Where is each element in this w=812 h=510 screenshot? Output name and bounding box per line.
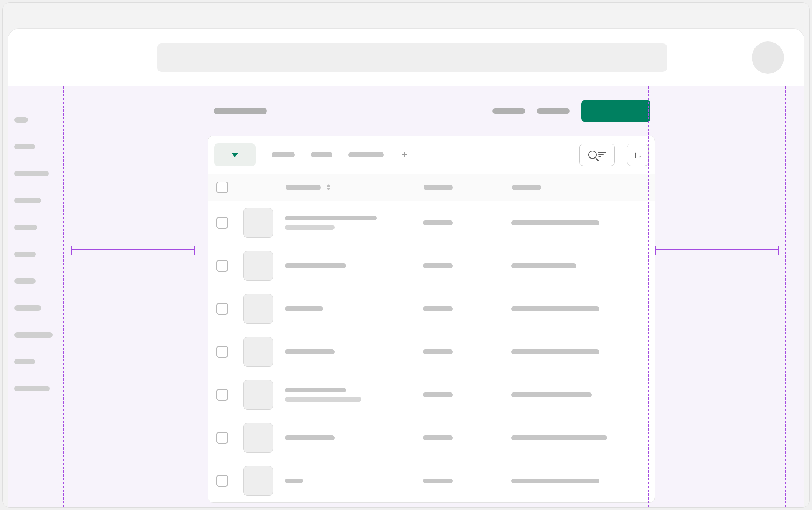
filter-icon [598, 152, 606, 157]
item-name [285, 216, 377, 220]
cell-value [511, 435, 607, 440]
spacing-guide-h [71, 249, 195, 250]
item-thumbnail [243, 208, 273, 238]
header-link[interactable] [492, 108, 525, 114]
sidebar-item[interactable] [14, 117, 28, 123]
caret-down-icon [231, 153, 238, 157]
app-header [8, 29, 804, 86]
item-name [285, 263, 346, 268]
cell-value [511, 220, 599, 225]
card-tabs: + ↑↓ [208, 136, 655, 174]
sidebar-item[interactable] [14, 171, 49, 176]
row-checkbox[interactable] [216, 432, 228, 444]
sidebar-item[interactable] [14, 386, 50, 391]
sidebar-item[interactable] [14, 225, 37, 230]
content-panel: + ↑↓ [208, 86, 655, 507]
app-body: + ↑↓ [8, 86, 804, 507]
header-link[interactable] [537, 108, 570, 114]
item-subtext [285, 225, 335, 230]
item-thumbnail [243, 337, 273, 367]
item-name [285, 435, 335, 440]
sort-button[interactable]: ↑↓ [627, 144, 649, 166]
sidebar [8, 86, 62, 507]
browser-topbar [3, 3, 809, 26]
sidebar-item[interactable] [14, 332, 53, 338]
table-row[interactable] [208, 416, 655, 459]
primary-action-button[interactable] [581, 100, 650, 122]
sidebar-item[interactable] [14, 278, 36, 284]
search-input[interactable] [157, 43, 667, 72]
cell-value [511, 263, 576, 268]
list-card: + ↑↓ [208, 136, 655, 503]
item-thumbnail [243, 466, 273, 496]
table-row[interactable] [208, 201, 655, 244]
item-thumbnail [243, 294, 273, 324]
spacing-guide-v [201, 86, 201, 507]
cell-value [423, 306, 453, 311]
item-thumbnail [243, 380, 273, 410]
spacing-guide-v [648, 86, 649, 507]
column-header[interactable] [286, 185, 321, 190]
cell-value [511, 392, 592, 397]
sidebar-item[interactable] [14, 198, 41, 203]
sidebar-item[interactable] [14, 305, 41, 311]
item-name [285, 306, 323, 311]
item-thumbnail [243, 423, 273, 453]
sort-caret-icon[interactable] [326, 184, 331, 190]
row-checkbox[interactable] [216, 260, 228, 272]
table-row[interactable] [208, 244, 655, 287]
row-checkbox[interactable] [216, 346, 228, 358]
cell-value [423, 479, 453, 483]
cell-value [511, 349, 599, 354]
table-row[interactable] [208, 373, 655, 416]
tab[interactable] [272, 152, 295, 157]
spacing-guide-v [63, 86, 64, 507]
tab[interactable] [311, 152, 332, 157]
table-row[interactable] [208, 459, 655, 502]
cell-value [423, 220, 453, 225]
tab[interactable] [348, 152, 384, 157]
sidebar-item[interactable] [14, 144, 35, 149]
column-header-row [208, 174, 655, 201]
item-name [285, 388, 346, 392]
sort-icon: ↑↓ [634, 150, 642, 160]
column-header[interactable] [424, 185, 453, 190]
view-dropdown[interactable] [214, 143, 256, 166]
cell-value [423, 392, 453, 397]
select-all-checkbox[interactable] [216, 182, 228, 193]
avatar[interactable] [752, 41, 784, 74]
item-name [285, 479, 303, 483]
cell-value [423, 263, 453, 268]
spacing-guide-v [785, 86, 786, 507]
sidebar-item[interactable] [14, 252, 36, 257]
row-checkbox[interactable] [216, 303, 228, 315]
row-checkbox[interactable] [216, 475, 228, 487]
column-header[interactable] [512, 185, 541, 190]
table-row[interactable] [208, 287, 655, 330]
row-checkbox[interactable] [216, 217, 228, 229]
add-tab-button[interactable]: + [400, 150, 409, 159]
app-window: + ↑↓ [8, 29, 804, 507]
item-name [285, 349, 335, 354]
browser-chrome: + ↑↓ [2, 2, 810, 508]
cell-value [423, 435, 453, 440]
search-filter-button[interactable] [579, 144, 615, 166]
cell-value [511, 306, 599, 311]
cell-value [511, 479, 599, 483]
item-thumbnail [243, 251, 273, 281]
search-icon [588, 151, 597, 159]
spacing-guide-h [655, 249, 779, 250]
row-checkbox[interactable] [216, 389, 228, 401]
cell-value [423, 349, 453, 354]
table-row[interactable] [208, 330, 655, 373]
panel-header [208, 86, 655, 136]
page-title [214, 108, 267, 114]
sidebar-item[interactable] [14, 359, 35, 364]
item-subtext [285, 397, 361, 402]
